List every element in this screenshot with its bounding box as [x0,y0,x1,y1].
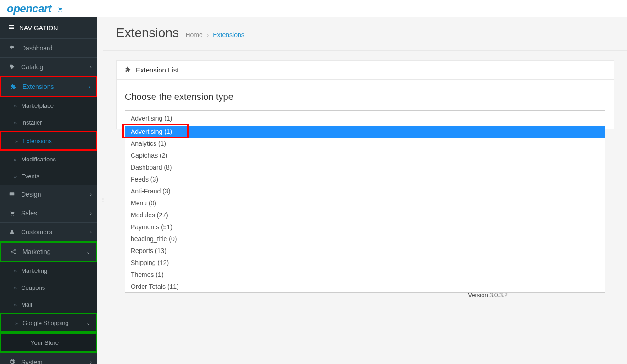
dropdown-option[interactable]: Advertising (1) [125,126,605,138]
sidebar-label-dashboard: Dashboard [21,44,53,52]
dropdown-option[interactable]: Analytics (1) [125,138,605,149]
sidebar-sub2item-your-store[interactable]: Your Store [1,334,96,351]
page-header: Extensions Home › Extensions [103,17,627,51]
dashboard-icon [8,45,16,51]
nav-header: NAVIGATION [0,17,97,39]
svg-point-6 [11,230,13,232]
user-icon [8,229,16,235]
share-icon [10,248,17,255]
svg-point-2 [11,66,11,66]
dropdown-option[interactable]: Payments (51) [125,221,605,233]
sidebar-item-extensions[interactable]: Extensions › [0,76,97,97]
page-title: Extensions [116,26,179,40]
sidebar-subitem-marketing[interactable]: » Marketing [0,262,97,279]
double-chevron-icon: » [15,320,18,326]
chevron-down-icon: ⌄ [86,320,90,326]
dropdown-options: Advertising (1)Analytics (1)Captchas (2)… [125,126,605,292]
hamburger-icon[interactable] [8,24,15,32]
brand-logo: opencart [7,2,63,15]
sidebar-subitem-events[interactable]: » Events [0,168,97,185]
svg-point-0 [58,11,59,12]
breadcrumb-current[interactable]: Extensions [213,31,244,39]
svg-point-8 [14,249,16,251]
svg-point-4 [11,215,12,216]
sidebar-sublabel-mail: Mail [21,301,32,308]
sidebar-sub2label-your-store: Your Store [31,339,59,346]
sidebar-label-marketing: Marketing [22,248,50,255]
sidebar-sublabel-marketplace: Marketplace [21,102,54,109]
chevron-right-icon: › [90,359,92,364]
chevron-right-icon: › [90,192,92,197]
sidebar-subitem-installer[interactable]: » Installer [0,114,97,131]
app-header: opencart [0,0,627,17]
extension-panel: Extension List Choose the extension type… [116,60,614,129]
panel-subtitle: Choose the extension type [125,92,605,102]
dropdown-option[interactable]: Themes (1) [125,269,605,281]
nav-title: NAVIGATION [19,24,58,32]
cart-icon [8,210,16,216]
sidebar-sublabel-modifications: Modifications [21,156,56,163]
sidebar-item-dashboard[interactable]: Dashboard [0,39,97,57]
sidebar-subitem-modifications[interactable]: » Modifications [0,151,97,168]
sidebar-subitem-extensions[interactable]: » Extensions [0,131,97,151]
dropdown-option[interactable]: Modules (27) [125,209,605,221]
marketing-submenu: » Marketing » Coupons » Mail » Google Sh… [0,262,97,353]
double-chevron-icon: » [14,157,17,162]
sidebar-sublabel-extensions: Extensions [22,138,52,144]
double-chevron-icon: » [14,120,17,126]
dropdown-option[interactable]: Feeds (3) [125,173,605,185]
sidebar-item-marketing[interactable]: Marketing ⌄ [0,241,97,262]
gear-icon [8,359,16,364]
google-shopping-submenu: Your Store [0,333,97,353]
sidebar-sublabel-coupons: Coupons [21,284,45,291]
dropdown-selected-value[interactable]: Advertising (1) [125,111,605,126]
extensions-submenu: » Marketplace » Installer » Extensions »… [0,97,97,185]
double-chevron-icon: » [14,302,17,308]
sidebar-sublabel-events: Events [21,173,39,180]
tag-icon [8,64,16,70]
panel-body: Choose the extension type A A G Advertis… [117,80,614,129]
chevron-right-icon: › [90,229,92,235]
sidebar-item-catalog[interactable]: Catalog › [0,57,97,76]
dropdown-option[interactable]: Menu (0) [125,197,605,209]
dropdown-option[interactable]: Anti-Fraud (3) [125,185,605,197]
chevron-right-icon: › [90,64,92,70]
sidebar-subitem-marketplace[interactable]: » Marketplace [0,97,97,114]
sidebar-item-design[interactable]: Design › [0,185,97,204]
extension-type-dropdown[interactable]: Advertising (1) Advertising (1)Analytics… [125,110,605,293]
sidebar-item-sales[interactable]: Sales › [0,204,97,222]
dropdown-option[interactable]: Reports (13) [125,245,605,257]
dropdown-option[interactable]: Captchas (2) [125,149,605,161]
sidebar-label-sales: Sales [21,210,37,217]
panel-header: Extension List [117,61,614,80]
sidebar-subitem-google-shopping[interactable]: » Google Shopping ⌄ [0,313,97,333]
chevron-right-icon: › [89,84,90,89]
dropdown-option[interactable]: Order Totals (11) [125,281,605,292]
brand-text: opencart [7,2,51,15]
dropdown-option[interactable]: heading_title (0) [125,233,605,245]
sidebar-label-system: System [21,358,43,364]
main-content: Extensions Home › Extensions Extension L… [103,17,627,364]
puzzle-icon [125,66,131,74]
sidebar-sublabel-marketing: Marketing [21,267,47,274]
chevron-right-icon: › [90,210,92,216]
svg-point-9 [14,253,16,254]
sidebar-subitem-mail[interactable]: » Mail [0,296,97,313]
svg-point-1 [61,11,61,12]
sidebar-subitem-coupons[interactable]: » Coupons [0,279,97,296]
double-chevron-icon: » [14,268,17,274]
panel-title: Extension List [136,66,178,74]
dropdown-option[interactable]: Shipping (12) [125,257,605,269]
monitor-icon [8,191,16,198]
sidebar: NAVIGATION Dashboard Catalog › Extension… [0,17,97,364]
sidebar-label-extensions: Extensions [22,83,54,90]
double-chevron-icon: » [15,138,18,144]
dropdown-option[interactable]: Dashboard (8) [125,161,605,173]
puzzle-icon [10,83,17,90]
breadcrumb-home[interactable]: Home [185,31,202,39]
sidebar-label-design: Design [21,191,41,198]
sidebar-item-customers[interactable]: Customers › [0,222,97,241]
sidebar-label-catalog: Catalog [21,63,43,71]
breadcrumb-separator: › [207,31,209,39]
sidebar-item-system[interactable]: System › [0,353,97,364]
